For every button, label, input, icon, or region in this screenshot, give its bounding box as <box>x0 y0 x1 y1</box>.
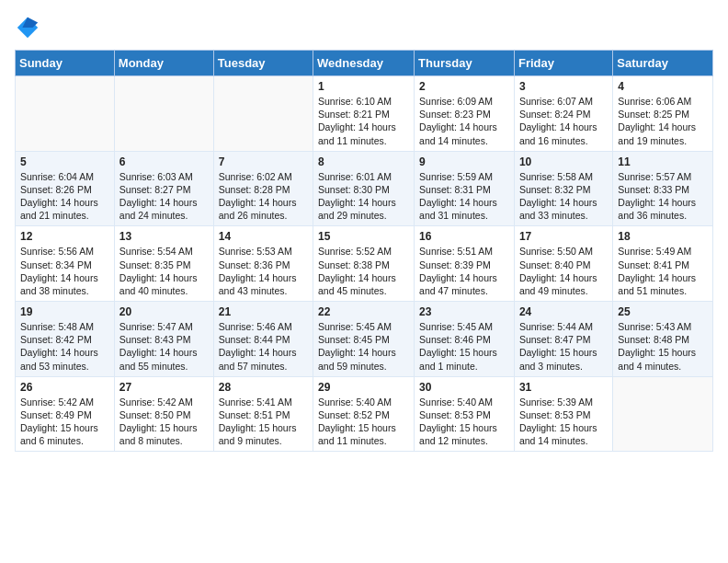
day-number: 19 <box>20 305 109 318</box>
day-number: 3 <box>519 80 608 93</box>
calendar-cell: 19Sunrise: 5:48 AM Sunset: 8:42 PM Dayli… <box>16 302 115 377</box>
calendar-cell: 9Sunrise: 5:59 AM Sunset: 8:31 PM Daylig… <box>415 151 515 226</box>
day-number: 24 <box>519 305 608 318</box>
day-info: Sunrise: 5:39 AM Sunset: 8:53 PM Dayligh… <box>519 396 608 448</box>
day-number: 7 <box>219 155 308 168</box>
calendar-cell <box>114 76 213 152</box>
day-number: 1 <box>318 80 409 93</box>
day-number: 14 <box>219 230 308 243</box>
day-number: 27 <box>119 381 209 394</box>
week-row-2: 5Sunrise: 6:04 AM Sunset: 8:26 PM Daylig… <box>16 151 713 226</box>
day-number: 6 <box>119 155 209 168</box>
calendar-cell: 26Sunrise: 5:42 AM Sunset: 8:49 PM Dayli… <box>16 376 115 452</box>
week-row-1: 1Sunrise: 6:10 AM Sunset: 8:21 PM Daylig… <box>16 76 713 152</box>
day-number: 10 <box>519 155 608 168</box>
day-info: Sunrise: 5:42 AM Sunset: 8:50 PM Dayligh… <box>119 396 209 448</box>
day-number: 9 <box>419 155 509 168</box>
column-header-friday: Friday <box>514 51 612 76</box>
day-number: 31 <box>519 381 608 394</box>
day-number: 21 <box>219 305 308 318</box>
day-info: Sunrise: 6:03 AM Sunset: 8:27 PM Dayligh… <box>119 170 209 223</box>
calendar-cell: 20Sunrise: 5:47 AM Sunset: 8:43 PM Dayli… <box>114 302 213 377</box>
day-info: Sunrise: 6:02 AM Sunset: 8:28 PM Dayligh… <box>219 170 308 223</box>
calendar-cell: 5Sunrise: 6:04 AM Sunset: 8:26 PM Daylig… <box>16 151 115 226</box>
calendar-cell: 1Sunrise: 6:10 AM Sunset: 8:21 PM Daylig… <box>313 76 415 152</box>
calendar-cell: 22Sunrise: 5:45 AM Sunset: 8:45 PM Dayli… <box>313 302 415 377</box>
day-info: Sunrise: 5:48 AM Sunset: 8:42 PM Dayligh… <box>20 320 109 373</box>
day-info: Sunrise: 5:44 AM Sunset: 8:47 PM Dayligh… <box>519 320 608 373</box>
day-number: 8 <box>318 155 409 168</box>
day-number: 25 <box>618 305 708 318</box>
calendar-cell: 21Sunrise: 5:46 AM Sunset: 8:44 PM Dayli… <box>213 302 313 377</box>
day-info: Sunrise: 6:09 AM Sunset: 8:23 PM Dayligh… <box>419 95 509 147</box>
day-number: 18 <box>618 230 708 243</box>
day-info: Sunrise: 5:41 AM Sunset: 8:51 PM Dayligh… <box>219 396 308 448</box>
day-info: Sunrise: 5:40 AM Sunset: 8:53 PM Dayligh… <box>419 396 509 448</box>
day-info: Sunrise: 5:45 AM Sunset: 8:46 PM Dayligh… <box>419 320 509 373</box>
day-info: Sunrise: 5:46 AM Sunset: 8:44 PM Dayligh… <box>219 320 308 373</box>
day-number: 5 <box>20 155 109 168</box>
day-info: Sunrise: 5:49 AM Sunset: 8:41 PM Dayligh… <box>618 245 708 297</box>
calendar-cell <box>16 76 115 152</box>
day-number: 12 <box>20 230 109 243</box>
day-info: Sunrise: 5:54 AM Sunset: 8:35 PM Dayligh… <box>119 245 209 297</box>
calendar-cell: 7Sunrise: 6:02 AM Sunset: 8:28 PM Daylig… <box>213 151 313 226</box>
day-info: Sunrise: 5:45 AM Sunset: 8:45 PM Dayligh… <box>318 320 409 373</box>
calendar-cell: 11Sunrise: 5:57 AM Sunset: 8:33 PM Dayli… <box>613 151 713 226</box>
day-info: Sunrise: 6:07 AM Sunset: 8:24 PM Dayligh… <box>519 95 608 147</box>
page-header <box>15 15 713 40</box>
day-number: 17 <box>519 230 608 243</box>
day-info: Sunrise: 6:10 AM Sunset: 8:21 PM Dayligh… <box>318 95 409 147</box>
day-number: 15 <box>318 230 409 243</box>
day-info: Sunrise: 5:42 AM Sunset: 8:49 PM Dayligh… <box>20 396 109 448</box>
logo <box>15 15 44 40</box>
day-info: Sunrise: 5:47 AM Sunset: 8:43 PM Dayligh… <box>119 320 209 373</box>
calendar-cell: 6Sunrise: 6:03 AM Sunset: 8:27 PM Daylig… <box>114 151 213 226</box>
day-number: 11 <box>618 155 708 168</box>
day-info: Sunrise: 5:40 AM Sunset: 8:52 PM Dayligh… <box>318 396 409 448</box>
calendar-cell: 13Sunrise: 5:54 AM Sunset: 8:35 PM Dayli… <box>114 226 213 302</box>
day-number: 26 <box>20 381 109 394</box>
day-number: 20 <box>119 305 209 318</box>
day-number: 29 <box>318 381 409 394</box>
column-header-wednesday: Wednesday <box>313 51 415 76</box>
day-info: Sunrise: 5:50 AM Sunset: 8:40 PM Dayligh… <box>519 245 608 297</box>
week-row-3: 12Sunrise: 5:56 AM Sunset: 8:34 PM Dayli… <box>16 226 713 302</box>
logo-icon <box>15 15 40 40</box>
calendar-cell: 23Sunrise: 5:45 AM Sunset: 8:46 PM Dayli… <box>415 302 515 377</box>
calendar-cell: 17Sunrise: 5:50 AM Sunset: 8:40 PM Dayli… <box>514 226 612 302</box>
calendar-cell: 30Sunrise: 5:40 AM Sunset: 8:53 PM Dayli… <box>415 376 515 452</box>
day-info: Sunrise: 6:04 AM Sunset: 8:26 PM Dayligh… <box>20 170 109 223</box>
calendar-cell: 3Sunrise: 6:07 AM Sunset: 8:24 PM Daylig… <box>514 76 612 152</box>
calendar-cell: 28Sunrise: 5:41 AM Sunset: 8:51 PM Dayli… <box>213 376 313 452</box>
day-number: 4 <box>618 80 708 93</box>
day-info: Sunrise: 5:43 AM Sunset: 8:48 PM Dayligh… <box>618 320 708 373</box>
calendar-cell: 14Sunrise: 5:53 AM Sunset: 8:36 PM Dayli… <box>213 226 313 302</box>
day-info: Sunrise: 5:52 AM Sunset: 8:38 PM Dayligh… <box>318 245 409 297</box>
day-number: 16 <box>419 230 509 243</box>
calendar-cell: 24Sunrise: 5:44 AM Sunset: 8:47 PM Dayli… <box>514 302 612 377</box>
day-info: Sunrise: 5:56 AM Sunset: 8:34 PM Dayligh… <box>20 245 109 297</box>
day-number: 22 <box>318 305 409 318</box>
calendar-cell: 18Sunrise: 5:49 AM Sunset: 8:41 PM Dayli… <box>613 226 713 302</box>
day-info: Sunrise: 5:51 AM Sunset: 8:39 PM Dayligh… <box>419 245 509 297</box>
day-info: Sunrise: 6:06 AM Sunset: 8:25 PM Dayligh… <box>618 95 708 147</box>
calendar-cell: 8Sunrise: 6:01 AM Sunset: 8:30 PM Daylig… <box>313 151 415 226</box>
day-info: Sunrise: 5:59 AM Sunset: 8:31 PM Dayligh… <box>419 170 509 223</box>
calendar-cell: 12Sunrise: 5:56 AM Sunset: 8:34 PM Dayli… <box>16 226 115 302</box>
calendar-cell: 15Sunrise: 5:52 AM Sunset: 8:38 PM Dayli… <box>313 226 415 302</box>
calendar-cell: 2Sunrise: 6:09 AM Sunset: 8:23 PM Daylig… <box>415 76 515 152</box>
week-row-4: 19Sunrise: 5:48 AM Sunset: 8:42 PM Dayli… <box>16 302 713 377</box>
day-number: 28 <box>219 381 308 394</box>
column-header-monday: Monday <box>114 51 213 76</box>
column-header-sunday: Sunday <box>16 51 115 76</box>
calendar-cell <box>213 76 313 152</box>
calendar-cell: 25Sunrise: 5:43 AM Sunset: 8:48 PM Dayli… <box>613 302 713 377</box>
calendar-cell: 31Sunrise: 5:39 AM Sunset: 8:53 PM Dayli… <box>514 376 612 452</box>
column-header-thursday: Thursday <box>415 51 515 76</box>
day-info: Sunrise: 6:01 AM Sunset: 8:30 PM Dayligh… <box>318 170 409 223</box>
day-number: 30 <box>419 381 509 394</box>
column-header-tuesday: Tuesday <box>213 51 313 76</box>
calendar-cell <box>613 376 713 452</box>
calendar-cell: 27Sunrise: 5:42 AM Sunset: 8:50 PM Dayli… <box>114 376 213 452</box>
